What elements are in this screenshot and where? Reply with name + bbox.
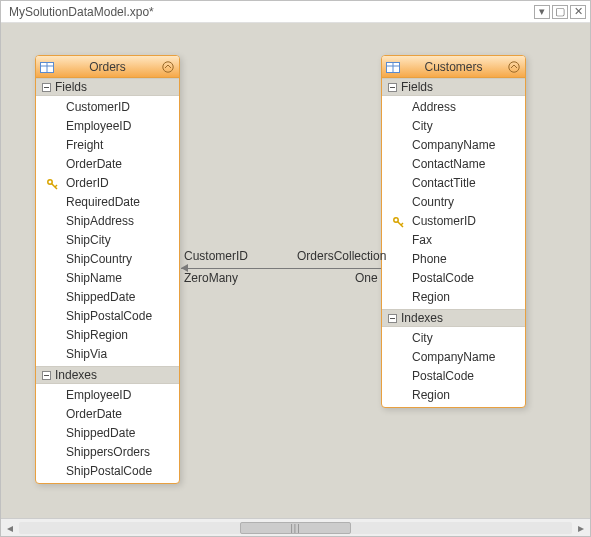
field-name: ContactName xyxy=(412,156,485,173)
section-indexes[interactable]: Indexes xyxy=(382,309,525,327)
collapse-icon[interactable] xyxy=(42,83,51,92)
field-row[interactable]: ShippedDate xyxy=(36,288,179,307)
scroll-left-icon[interactable]: ◂ xyxy=(1,520,19,536)
collapse-icon[interactable] xyxy=(42,371,51,380)
close-button[interactable]: ✕ xyxy=(570,5,586,19)
entity-header[interactable]: Customers xyxy=(382,56,525,78)
index-row[interactable]: EmployeeID xyxy=(36,386,179,405)
blank-icon xyxy=(46,234,60,248)
field-row[interactable]: ContactName xyxy=(382,155,525,174)
field-row[interactable]: OrderDate xyxy=(36,155,179,174)
index-row[interactable]: City xyxy=(382,329,525,348)
field-row[interactable]: CompanyName xyxy=(382,136,525,155)
field-name: CompanyName xyxy=(412,137,495,154)
expand-icon[interactable] xyxy=(160,59,176,75)
index-row[interactable]: PostalCode xyxy=(382,367,525,386)
blank-icon xyxy=(46,120,60,134)
section-label: Indexes xyxy=(401,311,443,325)
field-row[interactable]: ShipVia xyxy=(36,345,179,364)
dropdown-button[interactable]: ▾ xyxy=(534,5,550,19)
entity-orders[interactable]: Orders Fields CustomerIDEmployeeIDFreigh… xyxy=(35,55,180,484)
field-row[interactable]: Address xyxy=(382,98,525,117)
field-row[interactable]: City xyxy=(382,117,525,136)
index-name: ShipPostalCode xyxy=(66,463,152,480)
blank-icon xyxy=(46,215,60,229)
relationship-right-end-label: OrdersCollection xyxy=(297,249,386,263)
section-label: Indexes xyxy=(55,368,97,382)
field-row[interactable]: ShipCountry xyxy=(36,250,179,269)
field-row[interactable]: ContactTitle xyxy=(382,174,525,193)
index-row[interactable]: Region xyxy=(382,386,525,405)
collapse-icon[interactable] xyxy=(388,83,397,92)
field-name: CustomerID xyxy=(66,99,130,116)
field-name: Fax xyxy=(412,232,432,249)
field-name: PostalCode xyxy=(412,270,474,287)
field-row[interactable]: ShipRegion xyxy=(36,326,179,345)
scroll-right-icon[interactable]: ▸ xyxy=(572,520,590,536)
field-row[interactable]: ShipCity xyxy=(36,231,179,250)
index-name: OrderDate xyxy=(66,406,122,423)
field-row[interactable]: Phone xyxy=(382,250,525,269)
collapse-icon[interactable] xyxy=(388,314,397,323)
section-indexes[interactable]: Indexes xyxy=(36,366,179,384)
section-label: Fields xyxy=(55,80,87,94)
diagram-canvas[interactable]: Orders Fields CustomerIDEmployeeIDFreigh… xyxy=(1,23,590,518)
key-icon xyxy=(392,215,406,229)
field-name: City xyxy=(412,118,433,135)
blank-icon xyxy=(392,370,406,384)
index-row[interactable]: ShippedDate xyxy=(36,424,179,443)
entity-header[interactable]: Orders xyxy=(36,56,179,78)
expand-icon[interactable] xyxy=(506,59,522,75)
index-name: EmployeeID xyxy=(66,387,131,404)
relationship-connector[interactable] xyxy=(181,268,381,269)
field-row[interactable]: CustomerID xyxy=(382,212,525,231)
field-row[interactable]: Country xyxy=(382,193,525,212)
maximize-button[interactable]: ▢ xyxy=(552,5,568,19)
blank-icon xyxy=(46,101,60,115)
blank-icon xyxy=(392,272,406,286)
field-row[interactable]: RequiredDate xyxy=(36,193,179,212)
blank-icon xyxy=(392,177,406,191)
blank-icon xyxy=(46,158,60,172)
field-row[interactable]: ShipName xyxy=(36,269,179,288)
field-name: RequiredDate xyxy=(66,194,140,211)
field-row[interactable]: Fax xyxy=(382,231,525,250)
blank-icon xyxy=(46,348,60,362)
field-row[interactable]: PostalCode xyxy=(382,269,525,288)
horizontal-scrollbar[interactable]: ◂ ▸ xyxy=(1,518,590,536)
section-fields[interactable]: Fields xyxy=(382,78,525,96)
field-name: ShipPostalCode xyxy=(66,308,152,325)
svg-line-19 xyxy=(401,223,403,225)
section-fields[interactable]: Fields xyxy=(36,78,179,96)
field-name: CustomerID xyxy=(412,213,476,230)
entity-title: Orders xyxy=(59,60,156,74)
field-name: ShipCity xyxy=(66,232,111,249)
field-row[interactable]: ShipAddress xyxy=(36,212,179,231)
field-row[interactable]: EmployeeID xyxy=(36,117,179,136)
field-row[interactable]: OrderID xyxy=(36,174,179,193)
svg-line-8 xyxy=(55,185,57,187)
field-row[interactable]: Freight xyxy=(36,136,179,155)
blank-icon xyxy=(392,389,406,403)
index-row[interactable]: CompanyName xyxy=(382,348,525,367)
field-row[interactable]: Region xyxy=(382,288,525,307)
blank-icon xyxy=(46,139,60,153)
section-label: Fields xyxy=(401,80,433,94)
field-row[interactable]: CustomerID xyxy=(36,98,179,117)
entity-customers[interactable]: Customers Fields AddressCityCompanyNameC… xyxy=(381,55,526,408)
blank-icon xyxy=(392,158,406,172)
field-name: ShipCountry xyxy=(66,251,132,268)
scroll-thumb[interactable] xyxy=(240,522,351,534)
index-row[interactable]: OrderDate xyxy=(36,405,179,424)
field-name: EmployeeID xyxy=(66,118,131,135)
blank-icon xyxy=(46,196,60,210)
blank-icon xyxy=(46,446,60,460)
scroll-track[interactable] xyxy=(19,522,572,534)
blank-icon xyxy=(392,291,406,305)
field-row[interactable]: ShipPostalCode xyxy=(36,307,179,326)
table-icon xyxy=(39,59,55,75)
blank-icon xyxy=(392,351,406,365)
blank-icon xyxy=(392,234,406,248)
index-row[interactable]: ShippersOrders xyxy=(36,443,179,462)
index-row[interactable]: ShipPostalCode xyxy=(36,462,179,481)
